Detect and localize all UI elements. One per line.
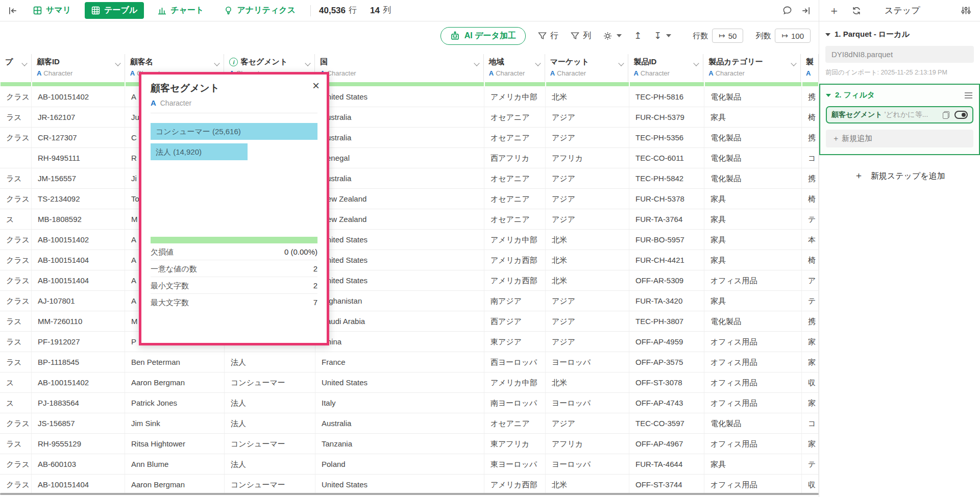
table-cell: FUR-BO-5957 xyxy=(629,230,704,250)
chevron-down-icon[interactable] xyxy=(619,60,624,66)
table-cell: 家具 xyxy=(704,454,802,474)
table-cell: クラス xyxy=(0,87,32,107)
column-name: 国 xyxy=(320,57,471,67)
category-bar[interactable]: コンシューマー (25,616) xyxy=(151,123,317,140)
collapse-right-icon[interactable] xyxy=(799,4,813,17)
row-count-unit: 行 xyxy=(349,5,357,16)
step2-title: 2. フィルタ xyxy=(835,90,875,100)
table-cell: Afghanistan xyxy=(315,291,484,311)
column-header[interactable]: プ xyxy=(0,54,32,82)
add-new-step-button[interactable]: ＋ 新規ステップを追加 xyxy=(825,169,974,182)
collapse-left-icon[interactable] xyxy=(6,4,19,17)
filter-rows-label: 行 xyxy=(550,31,558,41)
chevron-down-icon[interactable] xyxy=(21,60,27,66)
column-header[interactable]: 国ACharacter xyxy=(315,54,484,82)
copy-icon[interactable] xyxy=(943,111,949,119)
popup-type-label: Character xyxy=(160,99,191,107)
stat-row: 欠損値0 (0.00%) xyxy=(151,243,317,260)
filter-rows-button[interactable]: 行 xyxy=(538,31,558,41)
chevron-down-icon[interactable] xyxy=(694,60,699,66)
column-header[interactable]: 地域ACharacter xyxy=(484,54,545,82)
table-cell: 電化製品 xyxy=(704,311,802,331)
filter-cols-button[interactable]: 列 xyxy=(571,31,591,41)
table-cell: Australia xyxy=(315,128,484,147)
table-settings-button[interactable] xyxy=(603,32,622,40)
table-cell: FUR-CH-4421 xyxy=(629,250,704,270)
chevron-down-icon[interactable] xyxy=(115,60,120,66)
table-cell: クラス xyxy=(0,128,32,147)
chat-icon[interactable] xyxy=(780,4,794,17)
column-type: ACharacter xyxy=(633,69,691,77)
column-header[interactable]: 顧客IDACharacter xyxy=(32,54,125,82)
add-filter-button[interactable]: ＋ 新規追加 xyxy=(826,130,973,147)
close-icon[interactable]: × xyxy=(312,80,320,92)
steps-sidebar: 1. Parquet - ローカル DYI8dNI8.parquet 前回のイン… xyxy=(819,21,980,497)
table-cell: Australia xyxy=(315,168,484,188)
col-limit-box[interactable]: 100 xyxy=(775,29,811,43)
table-row: RH-9495111RSenegal西アフリカアフリカTEC-CO-6011電化… xyxy=(0,148,819,168)
ai-data-wrangling-button[interactable]: AI データ加工 xyxy=(440,27,526,45)
col-limit-group: 列数 100 xyxy=(755,29,811,43)
tab-table[interactable]: テーブル xyxy=(85,2,144,19)
table-row: ラスPF-1912027PChina東アジアアジアOFF-AP-4959オフィス… xyxy=(0,332,819,352)
table-cell: JM-156557 xyxy=(32,168,125,188)
column-name: マーケット xyxy=(550,57,616,67)
download-button[interactable]: ↧ xyxy=(654,30,671,41)
horizontal-scrollbar[interactable] xyxy=(0,493,819,495)
tab-summary[interactable]: サマリ xyxy=(27,2,78,19)
column-header[interactable]: 製品カテゴリーACharacter xyxy=(703,54,801,82)
grid-3x3-icon xyxy=(91,6,100,15)
table-cell: オフィス用品 xyxy=(704,332,802,352)
column-name: 顧客ID xyxy=(37,57,112,67)
table-cell: 携 xyxy=(802,168,819,188)
chevron-down-icon[interactable] xyxy=(535,60,541,66)
table-cell: 法人 xyxy=(225,413,315,433)
table-cell: オフィス用品 xyxy=(704,352,802,372)
source-file-field[interactable]: DYI8dNI8.parquet xyxy=(825,46,974,63)
row-count: 40,536 xyxy=(319,6,346,16)
column-header[interactable]: マーケットACharacter xyxy=(545,54,629,82)
table-cell: 北米 xyxy=(546,475,629,494)
table-cell: AB-100151402 xyxy=(32,87,125,107)
menu-icon[interactable] xyxy=(964,91,973,100)
table-cell: ス xyxy=(0,393,32,413)
table-cell: AJ-107801 xyxy=(32,291,125,311)
tab-chart[interactable]: チャート xyxy=(151,2,210,19)
table-cell: アジア xyxy=(546,168,629,188)
table-cell: Australia xyxy=(315,107,484,127)
chevron-down-icon[interactable] xyxy=(214,60,220,66)
step2-header[interactable]: 2. フィルタ xyxy=(826,90,973,100)
table-cell: 西アフリカ xyxy=(484,148,546,168)
add-step-icon[interactable]: ＋ xyxy=(826,1,842,20)
table-cell: MB-1808592 xyxy=(32,209,125,229)
column-header[interactable]: 製A xyxy=(801,54,819,82)
table-cell: Tanzania xyxy=(315,434,484,454)
tab-analytics[interactable]: アナリティクス xyxy=(217,2,302,19)
table-cell: クラス xyxy=(0,454,32,474)
sliders-icon[interactable] xyxy=(959,4,973,17)
table-cell: オフィス用品 xyxy=(704,372,802,392)
table-cell: 北米 xyxy=(546,230,629,250)
filter-condition-chip[interactable]: 顧客セグメント 'どれかに等... xyxy=(826,106,973,123)
refresh-icon[interactable] xyxy=(850,4,863,17)
stat-row: 最小文字数2 xyxy=(151,277,317,294)
table-cell: アジア xyxy=(546,128,629,147)
step1-header[interactable]: 1. Parquet - ローカル xyxy=(825,30,974,39)
table-row: クラスAB-100151404AUnited Statesアメリカ西部北米FUR… xyxy=(0,250,819,270)
chevron-down-icon[interactable] xyxy=(305,60,311,66)
table-cell: France xyxy=(315,352,484,372)
info-icon[interactable]: i xyxy=(229,58,238,66)
chevron-down-icon[interactable] xyxy=(791,60,796,66)
toggle-on-icon[interactable] xyxy=(954,111,968,119)
table-cell: 家具 xyxy=(704,250,802,270)
table-row: スPJ-1883564Patrick Jones法人Italy南ヨーロッパヨーロ… xyxy=(0,393,819,413)
category-bar[interactable]: 法人 (14,920) xyxy=(151,143,248,160)
row-limit-box[interactable]: 50 xyxy=(712,29,743,43)
table-cell: China xyxy=(315,332,484,352)
table-cell: OFF-AP-4967 xyxy=(629,434,704,454)
column-header[interactable]: 製品IDACharacter xyxy=(628,54,703,82)
chevron-down-icon[interactable] xyxy=(474,60,479,66)
upload-button[interactable]: ↥ xyxy=(634,30,642,41)
table-cell: Poland xyxy=(315,454,484,474)
column-name: 地域 xyxy=(489,57,532,67)
